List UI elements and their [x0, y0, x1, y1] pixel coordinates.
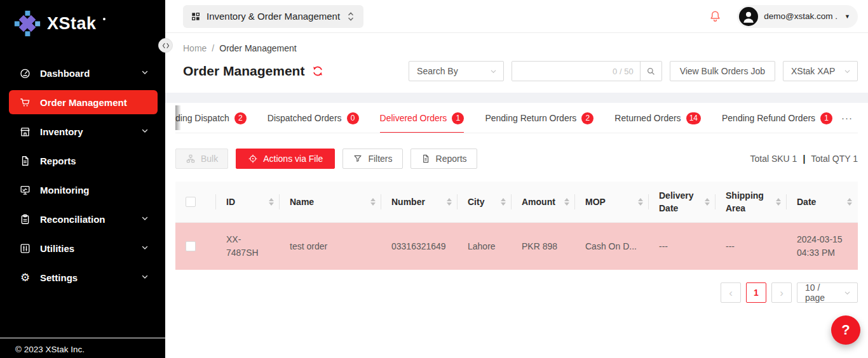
tab-pending-dispatch[interactable]: ding Dispatch 2 — [175, 103, 247, 133]
cell-number: 03316321649 — [381, 223, 458, 270]
head-controls: Search By 0 / 50 View Bulk Orders Job — [409, 61, 858, 81]
col-amount: Amount — [512, 182, 575, 222]
tab-pending-refund-orders[interactable]: Pending Refund Orders 1 — [722, 103, 832, 133]
section-divider-band — [165, 93, 868, 103]
brand-reg-mark — [103, 18, 105, 20]
sidebar-collapse-toggle[interactable] — [158, 38, 173, 53]
refresh-sync-icon — [312, 65, 323, 77]
store-icon — [19, 126, 31, 138]
char-counter: 0 / 50 — [613, 67, 640, 76]
col-delivery-date: Delivery Date — [649, 182, 715, 222]
totals-summary: Total SKU 1 | Total QTY 1 — [750, 154, 858, 164]
sidebar-item-label: Inventory — [40, 126, 141, 137]
sidebar-footer: © 2023 XStak Inc. — [0, 338, 165, 358]
sort-icon[interactable] — [564, 198, 569, 206]
chevron-down-icon — [141, 67, 149, 79]
breadcrumb: Home / Order Management — [183, 43, 858, 53]
page-1-button[interactable]: 1 — [746, 282, 766, 303]
bulk-button: Bulk — [175, 149, 228, 169]
breadcrumb-home[interactable]: Home — [183, 43, 207, 53]
order-status-tabs: ding Dispatch 2 Dispatched Orders 0 Deli… — [175, 103, 858, 133]
sidebar-item-label: Order Management — [40, 97, 149, 108]
sort-icon[interactable] — [705, 198, 710, 206]
search-button[interactable] — [640, 62, 661, 81]
cell-date: 2024-03-15 04:33 PM — [787, 223, 858, 270]
avatar — [739, 7, 758, 26]
sidebar-item-reconciliation[interactable]: Reconciliation — [9, 207, 158, 231]
chevron-down-icon — [844, 68, 851, 75]
sidebar-item-order-management[interactable]: Order Management — [9, 90, 158, 114]
filters-button[interactable]: Filters — [342, 149, 402, 169]
breadcrumb-current: Order Management — [219, 43, 296, 53]
refresh-button[interactable] — [312, 65, 323, 77]
tab-delivered-orders[interactable]: Delivered Orders 1 — [380, 103, 465, 133]
tab-returned-orders[interactable]: Returned Orders 14 — [614, 103, 701, 133]
page-title: Order Management — [183, 63, 304, 79]
row-checkbox[interactable] — [186, 241, 196, 251]
orders-table: ID Name Number City Amount MOP Delivery … — [175, 182, 858, 270]
sort-icon[interactable] — [269, 198, 274, 206]
sidebar-item-utilities[interactable]: Utilities — [9, 236, 158, 260]
select-all-checkbox[interactable] — [186, 197, 196, 207]
tab-count-badge: 1 — [452, 112, 464, 124]
cell-amount: PKR 898 — [512, 223, 575, 270]
xap-select[interactable]: XStak XAP — [783, 61, 858, 81]
app-root: XStak Dashboard Order Management — [0, 0, 868, 358]
tab-pending-return-orders[interactable]: Pending Return Orders 2 — [485, 103, 593, 133]
monitor-icon — [19, 184, 31, 196]
sidebar-item-settings[interactable]: ⚙ Settings — [9, 265, 158, 289]
help-button[interactable]: ? — [831, 315, 860, 345]
tab-count-badge: 1 — [820, 112, 832, 124]
app-switcher-label: Inventory & Order Management — [207, 11, 340, 22]
caret-down-icon: ▼ — [844, 13, 850, 20]
sort-icon[interactable] — [447, 198, 452, 206]
app-switcher[interactable]: Inventory & Order Management — [183, 5, 363, 28]
sidebar-item-monitoring[interactable]: Monitoring — [9, 178, 158, 202]
next-page-button: › — [771, 282, 792, 303]
sidebar-menu: Dashboard Order Management Inventory — [0, 61, 165, 295]
sidebar-item-reports[interactable]: Reports — [9, 149, 158, 173]
sort-icon[interactable] — [847, 198, 852, 206]
tab-count-badge: 2 — [234, 112, 247, 124]
table-header-row: ID Name Number City Amount MOP Delivery … — [175, 182, 858, 223]
table-row: XX-7487SH test order 03316321649 Lahore … — [175, 223, 858, 270]
sidebar-item-label: Utilities — [40, 243, 141, 254]
sidebar-item-dashboard[interactable]: Dashboard — [9, 61, 158, 85]
user-icon — [740, 8, 757, 25]
view-bulk-orders-job-button[interactable]: View Bulk Orders Job — [670, 61, 775, 81]
breadcrumb-separator: / — [212, 43, 214, 53]
tab-count-badge: 2 — [581, 112, 593, 124]
reports-button[interactable]: Reports — [410, 149, 477, 169]
app-grid-icon — [191, 11, 201, 22]
tabs-more-button[interactable]: ··· — [836, 103, 858, 132]
brand-logo[interactable]: XStak — [0, 0, 165, 37]
sidebar-item-inventory[interactable]: Inventory — [9, 119, 158, 143]
dashboard-icon — [19, 67, 31, 79]
col-mop: MOP — [575, 182, 649, 222]
user-email: demo@xstak.com . — [764, 11, 837, 21]
sidebar-item-label: Monitoring — [40, 185, 149, 196]
search-input[interactable] — [512, 62, 613, 81]
total-qty: Total QTY 1 — [811, 154, 858, 164]
col-city: City — [458, 182, 512, 222]
actions-via-file-button[interactable]: Actions via File — [236, 149, 335, 169]
tab-count-badge: 0 — [347, 112, 359, 124]
sidebar: XStak Dashboard Order Management — [0, 0, 165, 358]
sort-icon[interactable] — [776, 198, 781, 206]
sort-icon[interactable] — [370, 198, 376, 206]
actions-via-file-label: Actions via File — [263, 154, 323, 164]
notifications-bell-button[interactable] — [709, 10, 722, 23]
sidebar-item-label: Reports — [40, 156, 149, 166]
page-size-select[interactable]: 10 / page — [797, 282, 858, 303]
report-file-icon — [421, 154, 431, 164]
cell-delivery-date: --- — [649, 223, 715, 270]
sort-icon[interactable] — [638, 198, 643, 206]
xap-select-value: XStak XAP — [791, 66, 835, 76]
table-toolbar: Bulk Actions via File Filters Reports To… — [175, 149, 858, 169]
sort-icon[interactable] — [501, 198, 506, 206]
page-size-value: 10 / page — [805, 282, 839, 303]
tab-dispatched-orders[interactable]: Dispatched Orders 0 — [268, 103, 359, 133]
crosshair-icon — [248, 154, 258, 164]
user-menu[interactable]: demo@xstak.com . ▼ — [737, 5, 858, 28]
search-by-select[interactable]: Search By — [409, 61, 504, 81]
